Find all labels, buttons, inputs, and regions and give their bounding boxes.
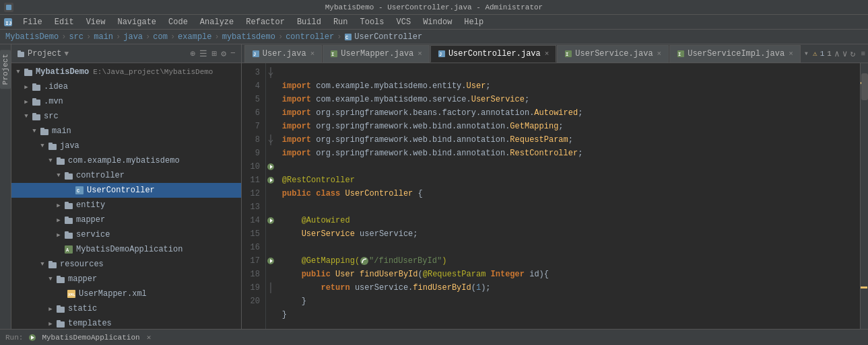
tree-item-idea[interactable]: ▶ .idea [11, 79, 241, 94]
tree-item-package[interactable]: ▼ com.example.mybatisdemo [11, 153, 241, 168]
menu-run[interactable]: Run [328, 16, 354, 28]
run-close-button[interactable]: ✕ [147, 333, 152, 342]
tree-item-static[interactable]: ▶ static [11, 301, 241, 316]
tree-item-root[interactable]: ▼ MybatisDemo E:\Java_project\MybatisDem… [11, 65, 241, 79]
tab-usercontroller-java[interactable]: J UserController.java × [430, 45, 556, 63]
tree-item-service[interactable]: ▶ service [11, 227, 241, 242]
panel-title-text: Project [28, 49, 61, 59]
breadcrumb: MybatisDemo › src › main › java › com › … [0, 30, 868, 44]
tab-userserviceimpl-close[interactable]: × [789, 50, 793, 58]
gutter-line-5 [266, 93, 275, 106]
expand-icon[interactable]: ∨ [842, 48, 848, 59]
run-app-label[interactable]: MybatisDemoApplication [42, 334, 139, 342]
menu-tools[interactable]: Tools [355, 16, 390, 28]
tree-item-usermapper-xml[interactable]: XML UserMapper.xml [11, 286, 241, 301]
svg-rect-10 [32, 83, 36, 86]
tree-item-mvn[interactable]: ▶ .mvn [11, 94, 241, 109]
tab-userservice-java[interactable]: I UserService.java × [557, 45, 669, 63]
main-layout: Project Project ▼ ⊕ ☰ ⊞ ⚙ − ▼ MybatisDem… [0, 44, 868, 329]
collapse-all-icon[interactable]: ☰ [199, 48, 207, 59]
panel-title: Project ▼ [17, 49, 69, 59]
gutter-line-8[interactable] [266, 133, 275, 147]
tab-icon-userserviceimpl: I [677, 50, 685, 58]
tree-item-entity[interactable]: ▶ entity [11, 198, 241, 213]
menu-edit[interactable]: Edit [49, 16, 79, 28]
tree-item-controller[interactable]: ▼ controller [11, 168, 241, 183]
breadcrumb-mybatisdemo[interactable]: mybatisdemo [222, 32, 275, 42]
scrollbar-thumb[interactable] [861, 73, 868, 100]
tree-item-root-label: MybatisDemo [36, 67, 89, 77]
line-numbers: 3 4 5 6 7 8 9 10 11 12 13 14 15 16 17 18… [242, 63, 266, 329]
editor-scrollbar[interactable] [860, 63, 868, 329]
tree-item-templates[interactable]: ▶ templates [11, 316, 241, 329]
warning-count: 1 [820, 50, 825, 58]
breadcrumb-file[interactable]: UserController [354, 32, 422, 42]
entity-folder-icon [64, 200, 73, 210]
tab-user-java-close[interactable]: × [310, 50, 315, 58]
arrow-service: ▶ [55, 231, 63, 239]
svg-rect-34 [48, 261, 53, 264]
tab-usermapper-java[interactable]: I UserMapper.java × [323, 45, 430, 63]
locate-file-icon[interactable]: ⊕ [191, 48, 196, 59]
arrow-controller: ▼ [55, 171, 63, 180]
java-folder-icon [48, 141, 57, 151]
tab-userservice-close[interactable]: × [657, 50, 662, 58]
breadcrumb-main[interactable]: main [94, 32, 113, 42]
tab-usercontroller-close[interactable]: × [545, 50, 549, 58]
settings-icon[interactable]: ⚙ [221, 48, 226, 59]
menu-view[interactable]: View [81, 16, 111, 28]
expand-all-icon[interactable]: ⊞ [211, 48, 217, 59]
tree-item-app[interactable]: A MybatisDemoApplication [11, 242, 241, 257]
gutter-line-4 [266, 79, 275, 93]
arrow-mapper-res: ▼ [46, 275, 55, 283]
tab-usermapper-close[interactable]: × [418, 50, 422, 58]
menu-vcs[interactable]: VCS [391, 16, 417, 28]
tree-item-java[interactable]: ▼ java [11, 139, 241, 153]
menu-refactor[interactable]: Refactor [240, 16, 290, 28]
tab-userserviceimpl-label: UserServiceImpl.java [688, 49, 784, 59]
gutter-line-3[interactable] [266, 66, 275, 79]
tree-item-usercontroller-label: UserController [87, 186, 155, 195]
menu-window[interactable]: Window [418, 16, 457, 28]
tab-user-java[interactable]: J User.java × [244, 45, 322, 63]
refresh-icon[interactable]: ↻ [850, 48, 856, 59]
menu-build[interactable]: Build [292, 16, 327, 28]
menu-navigate[interactable]: Navigate [112, 16, 162, 28]
tree-item-mapper-res[interactable]: ▼ mapper [11, 272, 241, 286]
gutter-line-19[interactable] [266, 281, 275, 295]
app-icon [4, 3, 13, 12]
static-folder-icon [56, 304, 65, 313]
breadcrumb-project[interactable]: MybatisDemo [5, 32, 59, 42]
code-content[interactable]: import com.example.mybatisdemo.entity.Us… [277, 63, 860, 329]
editor-settings-icon[interactable]: ≡ [861, 50, 865, 58]
breadcrumb-controller[interactable]: controller [286, 32, 334, 42]
tab-userserviceimpl-java[interactable]: I UserServiceImpl.java × [669, 45, 801, 63]
tab-icon-usermapper: I [330, 50, 338, 58]
breadcrumb-com[interactable]: com [153, 32, 168, 42]
menu-code[interactable]: Code [163, 16, 193, 28]
tree-item-mapper-label: mapper [76, 215, 105, 225]
tree-item-mapper[interactable]: ▶ mapper [11, 213, 241, 227]
gutter-line-17[interactable] [266, 254, 275, 268]
tree-item-usercontroller[interactable]: C UserController [11, 183, 241, 198]
menu-analyze[interactable]: Analyze [195, 16, 239, 28]
close-panel-icon[interactable]: − [230, 48, 236, 59]
editor-area: J User.java × I UserMapper.java × J User… [242, 44, 868, 329]
collapse-icon[interactable]: ∧ [834, 48, 840, 59]
tree-item-resources[interactable]: ▼ resources [11, 257, 241, 272]
tree-item-src[interactable]: ▼ src [11, 109, 241, 124]
menu-file[interactable]: File [18, 16, 48, 28]
panel-dropdown-icon[interactable]: ▼ [64, 50, 69, 58]
tree-item-main[interactable]: ▼ main [11, 124, 241, 139]
breadcrumb-src[interactable]: src [69, 32, 84, 42]
svg-point-68 [360, 257, 368, 265]
resources-folder-icon [48, 260, 57, 269]
tree-item-root-path: E:\Java_project\MybatisDemo [93, 68, 213, 76]
breadcrumb-java[interactable]: java [123, 32, 143, 42]
project-tool-button[interactable]: Project [0, 50, 11, 89]
breadcrumb-example[interactable]: example [178, 32, 211, 42]
mapper-folder-icon [64, 215, 73, 225]
svg-rect-5 [18, 52, 24, 57]
tab-more-button[interactable]: ▾ [801, 48, 811, 59]
menu-help[interactable]: Help [459, 16, 489, 28]
